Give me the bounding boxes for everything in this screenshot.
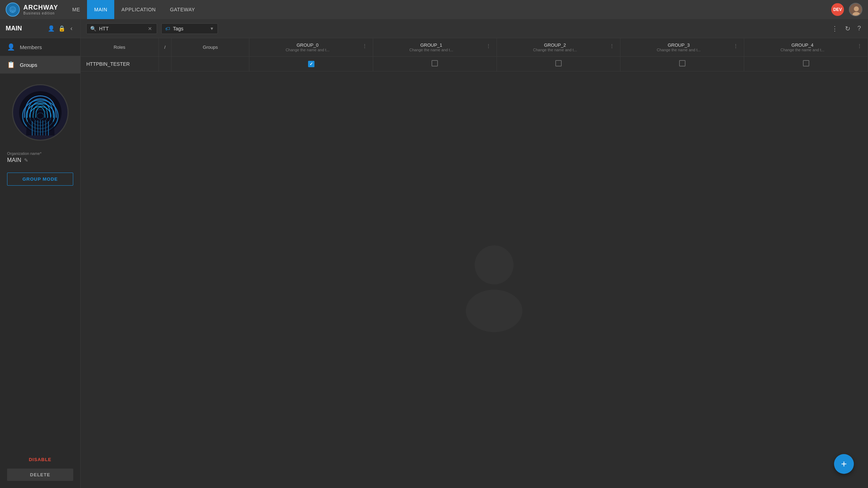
group-2-name: GROUP_2	[503, 42, 608, 48]
sep-cell	[158, 57, 172, 71]
disable-button[interactable]: DISABLE	[7, 454, 73, 465]
group-0-sub: Change the name and t...	[255, 48, 360, 52]
search-box[interactable]: 🔍 ✕	[86, 23, 157, 34]
nav-main[interactable]: MAIN	[87, 0, 114, 19]
nav-gateway[interactable]: GATEWAY	[163, 0, 202, 19]
group-4-name: GROUP_4	[750, 42, 855, 48]
app-title: ARCHWAY	[23, 4, 58, 11]
sidebar-item-members-label: Members	[20, 44, 42, 50]
group-mode-button[interactable]: GROUP MODE	[7, 173, 73, 186]
search-icon: 🔍	[90, 26, 96, 31]
group-2-checkbox[interactable]	[555, 60, 562, 66]
org-logo	[12, 84, 69, 141]
org-logo-area	[0, 77, 80, 148]
sidebar-collapse-btn[interactable]: ‹	[68, 24, 75, 33]
fab-add-button[interactable]: +	[834, 454, 854, 474]
role-name: HTTPBIN_TESTER	[86, 61, 130, 67]
clear-search-icon[interactable]: ✕	[148, 26, 152, 31]
sidebar-item-groups-label: Groups	[20, 62, 37, 68]
org-name-row: MAIN ✎	[7, 157, 73, 163]
group-0-checkbox[interactable]	[308, 61, 314, 67]
nav-right: DEV	[831, 3, 862, 16]
tags-dropdown[interactable]: 🏷 Tags ▼	[161, 23, 218, 34]
logo-text: ARCHWAY Business edition	[23, 4, 58, 15]
refresh-icon[interactable]: ↻	[844, 23, 852, 34]
table-row: HTTPBIN_TESTER	[81, 57, 868, 71]
group-4-sub: Change the name and t...	[750, 48, 855, 52]
sidebar-header-icons: 👤 🔒 ‹	[47, 24, 75, 33]
edit-org-name-icon[interactable]: ✎	[24, 157, 28, 163]
sidebar: MAIN 👤 🔒 ‹ 👤 Members 📋 Groups	[0, 19, 81, 488]
group-3-cell[interactable]	[620, 57, 744, 71]
app-subtitle: Business edition	[23, 11, 58, 15]
members-icon: 👤	[7, 43, 15, 51]
groups-icon: 📋	[7, 61, 15, 69]
delete-button[interactable]: DELETE	[7, 469, 73, 481]
nav-application[interactable]: APPLICATION	[114, 0, 163, 19]
sidebar-header: MAIN 👤 🔒 ‹	[0, 19, 80, 38]
group-4-cell[interactable]	[744, 57, 868, 71]
col-group-0: GROUP_0 Change the name and t... ⋮	[249, 38, 373, 57]
sidebar-icon-person[interactable]: 👤	[47, 24, 56, 33]
role-name-cell: HTTPBIN_TESTER	[81, 57, 158, 71]
group-1-sub: Change the name and t...	[379, 48, 484, 52]
search-input[interactable]	[99, 26, 145, 31]
col-separator: /	[158, 38, 172, 57]
nav-links: ME MAIN APPLICATION GATEWAY	[65, 0, 831, 19]
org-name-section: Organization name* MAIN ✎	[0, 148, 80, 167]
group-3-checkbox[interactable]	[679, 60, 685, 66]
tags-label: Tags	[173, 26, 207, 31]
group-3-menu-icon[interactable]: ⋮	[733, 43, 738, 49]
top-nav: ARCHWAY Business edition ME MAIN APPLICA…	[0, 0, 868, 19]
nav-me[interactable]: ME	[65, 0, 87, 19]
col-group-4: GROUP_4 Change the name and t... ⋮	[744, 38, 868, 57]
ghost-figure	[445, 233, 544, 333]
dropdown-arrow-icon: ▼	[210, 26, 214, 31]
avatar	[849, 3, 862, 16]
group-4-checkbox[interactable]	[803, 60, 809, 66]
sidebar-item-groups[interactable]: 📋 Groups	[0, 56, 80, 74]
sidebar-title: MAIN	[6, 25, 44, 32]
group-0-name: GROUP_0	[255, 42, 360, 48]
org-name-label: Organization name*	[7, 151, 73, 156]
group-3-name: GROUP_3	[626, 42, 731, 48]
logo-area: ARCHWAY Business edition	[6, 2, 58, 17]
group-2-sub: Change the name and t...	[503, 48, 608, 52]
logo-icon	[6, 2, 20, 17]
group-3-sub: Change the name and t...	[626, 48, 731, 52]
sidebar-item-members[interactable]: 👤 Members	[0, 38, 80, 56]
col-roles: Roles	[81, 38, 158, 57]
sidebar-icon-lock[interactable]: 🔒	[58, 24, 66, 33]
groups-label-cell	[172, 57, 249, 71]
group-0-cell[interactable]	[249, 57, 373, 71]
svg-point-21	[466, 290, 522, 332]
sidebar-bottom: DISABLE DELETE	[0, 447, 80, 488]
help-icon[interactable]: ?	[856, 23, 862, 34]
group-4-menu-icon[interactable]: ⋮	[857, 43, 862, 49]
group-1-checkbox[interactable]	[432, 60, 438, 66]
dev-badge: DEV	[831, 3, 844, 16]
more-options-icon[interactable]: ⋮	[830, 23, 839, 34]
svg-point-1	[11, 7, 15, 11]
group-1-menu-icon[interactable]: ⋮	[486, 43, 491, 49]
col-group-3: GROUP_3 Change the name and t... ⋮	[620, 38, 744, 57]
layout: MAIN 👤 🔒 ‹ 👤 Members 📋 Groups	[0, 19, 868, 488]
col-group-1: GROUP_1 Change the name and t... ⋮	[373, 38, 497, 57]
group-2-menu-icon[interactable]: ⋮	[609, 43, 614, 49]
main-content: 🔍 ✕ 🏷 Tags ▼ ⋮ ↻ ? Roles	[81, 19, 868, 488]
col-group-2: GROUP_2 Change the name and t... ⋮	[497, 38, 620, 57]
svg-point-5	[854, 6, 859, 11]
group-1-name: GROUP_1	[379, 42, 484, 48]
table-area: Roles / Groups GROUP_0 Cha	[81, 38, 868, 488]
org-name-value: MAIN	[7, 157, 21, 163]
tag-icon: 🏷	[165, 26, 170, 31]
toolbar: 🔍 ✕ 🏷 Tags ▼ ⋮ ↻ ?	[81, 19, 868, 38]
roles-table: Roles / Groups GROUP_0 Cha	[81, 38, 868, 71]
group-2-cell[interactable]	[497, 57, 620, 71]
svg-point-20	[475, 245, 514, 284]
col-groups-label: Groups	[172, 38, 249, 57]
svg-rect-3	[12, 11, 14, 12]
group-1-cell[interactable]	[373, 57, 497, 71]
group-0-menu-icon[interactable]: ⋮	[362, 43, 367, 49]
